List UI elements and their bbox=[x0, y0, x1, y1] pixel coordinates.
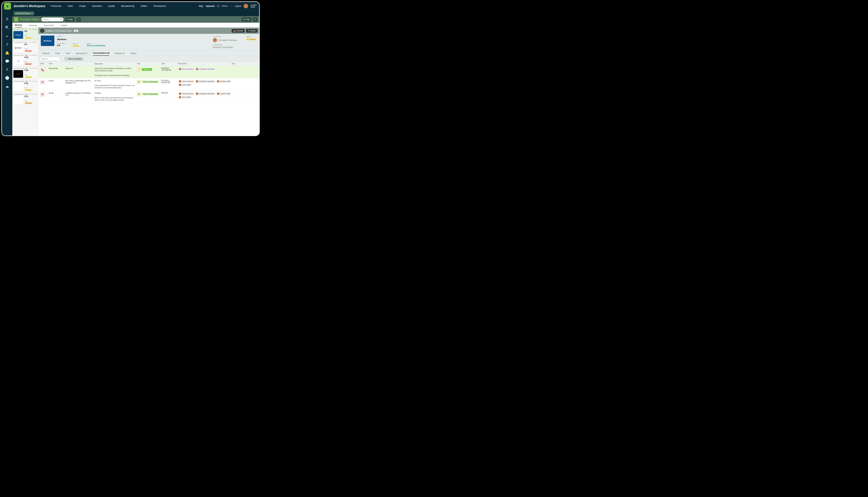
nav-sales[interactable]: Sales bbox=[68, 5, 73, 7]
tab-purchase-orders[interactable]: Purchase Orders × bbox=[14, 12, 34, 15]
conversation-row[interactable]: 📞 PhoneCall Check In Had a brief call wi… bbox=[38, 66, 259, 78]
clock-icon[interactable]: 🕐 bbox=[5, 76, 9, 80]
email-icon: ✉ bbox=[40, 92, 45, 97]
vendor-thumb: BEST BUY bbox=[13, 44, 23, 52]
detail-count: 8 bbox=[74, 29, 78, 32]
nav-people[interactable]: People bbox=[79, 5, 86, 7]
type-badge: Price Confirmation bbox=[142, 81, 159, 83]
logout-link[interactable]: Logout bbox=[235, 5, 241, 7]
po-card[interactable]: PurchaseOrderID 16 P.O. Number P-16 Type… bbox=[12, 80, 38, 93]
app-search: 🔍 bbox=[41, 17, 64, 22]
participant-chip: Alicia Hammond bbox=[178, 92, 194, 95]
po-card[interactable]: PurchaseOrderID 4 P.O. Number BEST BUY P… bbox=[12, 41, 38, 54]
detail-tab-general[interactable]: General bbox=[43, 52, 49, 56]
table-header: Style Topic Discussion Type Date Partici… bbox=[38, 62, 259, 66]
app-area: 🛒 Purchase Orders 🔍 ▾ Filter ＋ 👁 Tour ? … bbox=[12, 16, 259, 136]
nav-development[interactable]: Development bbox=[153, 5, 166, 7]
conversation-table: Style Topic Discussion Type Date Partici… bbox=[38, 62, 259, 136]
nav-productivity[interactable]: Productivity bbox=[51, 5, 61, 7]
cloud-upload-icon[interactable]: ☁ bbox=[5, 84, 9, 88]
detail-tab-reports[interactable]: Reports (1) bbox=[115, 52, 125, 56]
list-tab-browse[interactable]: Browse bbox=[15, 24, 22, 27]
nav-manufacturing[interactable]: Manufacturing bbox=[121, 5, 135, 7]
tour-button[interactable]: 👁 Tour bbox=[242, 17, 252, 22]
participant-chip: Alicia Hammond bbox=[178, 80, 194, 83]
add-conversation-button[interactable]: ＋ Add conversation bbox=[65, 57, 83, 61]
top-bar: a Jennifer's Workspace ProductivitySales… bbox=[2, 2, 259, 10]
nav-operations[interactable]: Operations bbox=[92, 5, 102, 7]
detail-tabs: GeneralPostsFilesApprovals (2)Conversati… bbox=[38, 50, 259, 56]
avatar bbox=[179, 93, 181, 95]
nav-utilities[interactable]: Utilities bbox=[141, 5, 148, 7]
filter-button[interactable]: ▾ Filter bbox=[65, 17, 75, 22]
add-icon[interactable]: ＋ bbox=[5, 34, 9, 39]
type-icon: 📝 bbox=[137, 67, 141, 72]
type-icon: $ bbox=[137, 80, 141, 84]
collapse-icon[interactable]: → bbox=[40, 29, 44, 33]
conversation-toolbar: 🔍 ＋ Add conversation bbox=[38, 56, 259, 62]
activity-icon[interactable]: 🏃 bbox=[5, 68, 9, 72]
po-card[interactable]: PurchaseOrderID 8 P.O. Number Nordson P-… bbox=[12, 28, 38, 41]
left-rail: ⠿ 🔍 ＋ ? 🔔 💬 🏃 🕐 ☁ bbox=[2, 10, 12, 136]
po-card[interactable]: PurchaseOrderID 19 P.O. Number BFS P-19 … bbox=[12, 67, 38, 80]
close-icon: ✕ bbox=[248, 30, 249, 32]
avatar bbox=[179, 68, 181, 70]
detail-tab-history[interactable]: History bbox=[130, 52, 137, 56]
tag-chip: In progress bbox=[246, 38, 257, 40]
vendor-name: Nordson bbox=[57, 38, 106, 41]
list-tab-board-view[interactable]: Board View bbox=[44, 24, 54, 27]
participant-chip: Christopher Sarkissian bbox=[195, 92, 216, 95]
plus-icon: ＋ bbox=[66, 58, 68, 60]
detail-tab-files[interactable]: Files bbox=[66, 52, 70, 56]
eye-icon: 👁 bbox=[243, 18, 246, 20]
org-value[interactable]: Appward bbox=[206, 5, 214, 7]
po-list[interactable]: PurchaseOrderID 8 P.O. Number Nordson P-… bbox=[12, 28, 38, 136]
errors-link[interactable]: Errors bbox=[222, 5, 228, 7]
help-button[interactable]: ? bbox=[253, 17, 257, 22]
notifications-icon[interactable]: 🔔 bbox=[5, 51, 9, 55]
conversation-row[interactable]: ✉ Email RE: Price confirmation for PO Nu… bbox=[38, 78, 259, 90]
back-arrow-icon[interactable]: ← bbox=[230, 5, 233, 8]
email-icon: ✉ bbox=[40, 80, 45, 85]
app-logo[interactable]: a bbox=[4, 3, 11, 10]
avatar bbox=[179, 96, 181, 98]
delete-button[interactable]: ✕ Delete bbox=[246, 29, 257, 33]
avatar bbox=[196, 80, 198, 83]
conversation-row[interactable]: ✉ Email Confirm pricing for PO Nimber P-… bbox=[38, 90, 259, 103]
user-avatar[interactable] bbox=[243, 4, 248, 8]
edit-icon[interactable]: ✎ bbox=[250, 36, 251, 38]
nav-quality[interactable]: Quality bbox=[108, 5, 115, 7]
org-label: Org: bbox=[199, 5, 203, 7]
vendor-thumb: BFS bbox=[13, 70, 23, 78]
po-card[interactable]: PurchaseOrderID 20 P.O. Number CE P-20 T… bbox=[12, 54, 38, 67]
chat-icon[interactable]: 💬 bbox=[5, 59, 9, 63]
type-icon: $ bbox=[137, 92, 141, 97]
add-button[interactable]: ＋ bbox=[76, 17, 81, 22]
type-badge: Follow up bbox=[142, 68, 152, 71]
avatar bbox=[217, 80, 220, 83]
list-tab-insights[interactable]: Insights bbox=[60, 24, 67, 27]
po-card[interactable]: PurchaseOrderID 11 P.O. Number P-11 Type… bbox=[12, 93, 38, 106]
detail-tab-approvals[interactable]: Approvals (2) bbox=[76, 52, 87, 56]
avatar bbox=[179, 84, 181, 86]
help-icon[interactable]: ? bbox=[6, 43, 8, 47]
close-icon[interactable]: × bbox=[31, 12, 32, 14]
open-tabs: Purchase Orders × bbox=[12, 10, 259, 16]
type-chip: Contract bbox=[72, 45, 80, 47]
edit-icon[interactable]: ✎ bbox=[76, 43, 78, 45]
archive-button[interactable]: 📥 Archive bbox=[232, 29, 245, 33]
cart-icon: 🛒 bbox=[14, 17, 18, 22]
list-tab-requests[interactable]: Requests bbox=[29, 24, 37, 27]
search-icon[interactable]: 🔍 bbox=[5, 26, 9, 30]
avatar bbox=[196, 93, 198, 95]
participant-chip: Christopher Sarkissian bbox=[195, 68, 216, 71]
vendor-thumb bbox=[13, 96, 23, 104]
participant-chip: Jennifer Sistilli bbox=[216, 80, 231, 83]
search-icon[interactable]: 🔍 bbox=[59, 57, 62, 60]
apps-grid-icon[interactable]: ⠿ bbox=[6, 17, 9, 22]
search-icon[interactable]: 🔍 bbox=[60, 18, 62, 20]
info-icon[interactable]: ⓘ bbox=[217, 4, 220, 8]
detail-tab-posts[interactable]: Posts bbox=[55, 52, 60, 56]
avatar bbox=[213, 38, 217, 42]
detail-tab-conversations[interactable]: Conversations (3) bbox=[93, 52, 109, 56]
